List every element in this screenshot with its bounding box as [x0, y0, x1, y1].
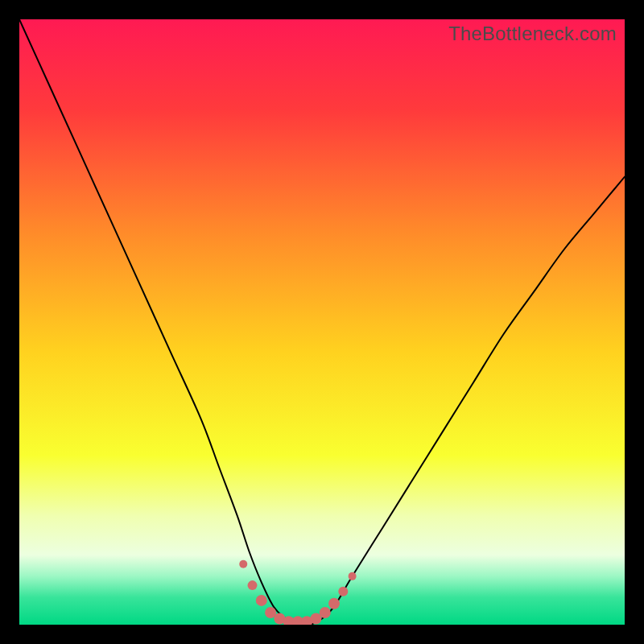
valley-marker: [320, 607, 331, 618]
valley-marker: [338, 587, 348, 597]
valley-marker: [328, 598, 340, 609]
valley-marker: [239, 560, 247, 568]
valley-marker: [256, 595, 267, 606]
chart-frame: TheBottleneck.com: [19, 19, 625, 625]
plot-area: [19, 19, 625, 625]
gradient-background: [19, 19, 625, 625]
valley-marker: [248, 580, 258, 590]
bottleneck-chart: [19, 19, 625, 625]
valley-marker: [349, 572, 357, 580]
watermark-text: TheBottleneck.com: [448, 23, 617, 45]
